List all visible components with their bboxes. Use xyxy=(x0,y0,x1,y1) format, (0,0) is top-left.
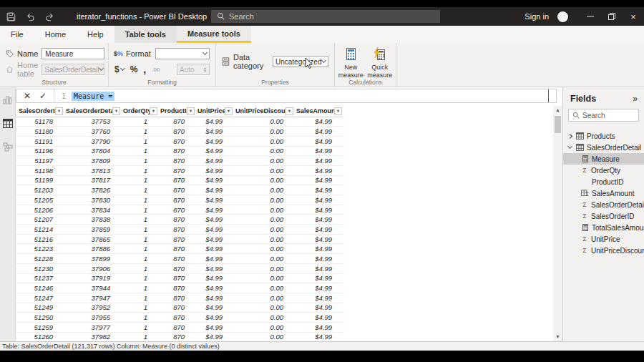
table-cell[interactable]: 37906 xyxy=(64,263,121,273)
table-cell[interactable]: 51205 xyxy=(16,195,64,205)
table-cell[interactable]: 1 xyxy=(121,165,158,175)
scroll-thumb[interactable] xyxy=(555,116,561,133)
table-cell[interactable]: 0.00 xyxy=(233,175,294,185)
table-cell[interactable]: 51197 xyxy=(16,156,64,166)
table-cell[interactable]: 37919 xyxy=(64,273,121,283)
table-cell[interactable]: 51250 xyxy=(16,313,64,323)
table-cell[interactable]: 51196 xyxy=(16,146,64,156)
table-cell[interactable]: 0.00 xyxy=(233,254,294,264)
table-cell[interactable]: 1 xyxy=(121,303,158,313)
column-filter-button[interactable]: ▾ xyxy=(150,107,157,115)
table-cell[interactable]: $4.99 xyxy=(195,205,233,215)
table-cell[interactable]: 1 xyxy=(121,293,158,303)
tab-file[interactable]: File xyxy=(0,26,34,43)
field-item-salesamount[interactable]: ΣSalesAmount xyxy=(563,187,644,199)
column-filter-button[interactable]: ▾ xyxy=(187,107,195,115)
table-cell[interactable]: 0.00 xyxy=(233,263,294,273)
table-cell[interactable]: $4.99 xyxy=(195,185,233,195)
table-cell[interactable]: 870 xyxy=(158,165,195,175)
table-cell[interactable]: $4.99 xyxy=(294,244,343,254)
table-cell[interactable]: 1 xyxy=(121,244,158,254)
global-search-input[interactable] xyxy=(229,12,408,21)
table-cell[interactable]: 0.00 xyxy=(233,332,294,341)
table-cell[interactable]: 37944 xyxy=(64,283,121,293)
table-cell[interactable]: 870 xyxy=(158,332,195,341)
table-cell[interactable]: 37899 xyxy=(64,254,121,264)
field-item-measure[interactable]: Measure xyxy=(563,153,644,165)
table-cell[interactable]: 1 xyxy=(121,283,158,293)
fields-search-box[interactable] xyxy=(568,109,639,122)
undo-icon[interactable] xyxy=(25,11,36,22)
redo-icon[interactable] xyxy=(44,11,55,22)
table-cell[interactable]: 0.00 xyxy=(233,234,294,244)
thousands-separator-button[interactable]: , xyxy=(143,64,146,75)
table-cell[interactable]: $4.99 xyxy=(294,127,343,137)
table-cell[interactable]: 37982 xyxy=(64,332,121,341)
table-cell[interactable]: 1 xyxy=(121,195,158,205)
table-cell[interactable]: 37859 xyxy=(64,225,121,235)
field-item-unitprice[interactable]: ΣUnitPrice xyxy=(563,233,644,245)
chevron-right-icon[interactable] xyxy=(567,133,572,138)
model-view-icon[interactable] xyxy=(3,142,13,155)
table-cell[interactable]: $4.99 xyxy=(195,195,233,205)
table-cell[interactable]: 51203 xyxy=(16,185,64,195)
table-cell[interactable]: 37834 xyxy=(64,205,121,215)
table-cell[interactable]: 37804 xyxy=(64,146,121,156)
table-cell[interactable]: 51178 xyxy=(16,117,64,127)
table-cell[interactable]: 1 xyxy=(121,215,158,225)
table-cell[interactable]: $4.99 xyxy=(294,283,343,293)
table-cell[interactable]: $4.99 xyxy=(294,156,343,166)
table-cell[interactable]: $4.99 xyxy=(195,156,233,166)
table-cell[interactable]: 0.00 xyxy=(233,225,294,235)
table-cell[interactable]: 51207 xyxy=(16,215,64,225)
table-cell[interactable]: 0.00 xyxy=(233,273,294,283)
table-cell[interactable]: $4.99 xyxy=(195,293,233,303)
field-item-unitpricediscount[interactable]: ΣUnitPriceDiscount xyxy=(563,245,644,256)
table-cell[interactable]: 0.00 xyxy=(233,185,294,195)
table-cell[interactable]: 0.00 xyxy=(233,156,294,166)
table-cell[interactable]: 870 xyxy=(158,273,195,283)
table-cell[interactable]: 870 xyxy=(158,136,195,146)
table-cell[interactable]: 51214 xyxy=(16,225,64,235)
table-cell[interactable]: 1 xyxy=(121,313,158,323)
table-cell[interactable]: 1 xyxy=(121,263,158,273)
table-cell[interactable]: 37790 xyxy=(64,136,121,146)
table-cell[interactable]: 51260 xyxy=(16,332,64,341)
table-cell[interactable]: 870 xyxy=(158,185,195,195)
table-cell[interactable]: 0.00 xyxy=(233,136,294,146)
table-cell[interactable]: 0.00 xyxy=(233,205,294,215)
table-cell[interactable]: $4.99 xyxy=(294,225,343,235)
fields-search-input[interactable] xyxy=(582,112,640,119)
table-cell[interactable]: $4.99 xyxy=(195,136,233,146)
table-cell[interactable]: $4.99 xyxy=(195,273,233,283)
table-cell[interactable]: $4.99 xyxy=(294,254,343,264)
table-cell[interactable]: 870 xyxy=(158,127,195,137)
table-cell[interactable]: 1 xyxy=(121,156,158,166)
table-cell[interactable]: 37947 xyxy=(64,293,121,303)
table-cell[interactable]: $4.99 xyxy=(294,205,343,215)
table-cell[interactable]: 870 xyxy=(158,195,195,205)
table-cell[interactable]: $4.99 xyxy=(195,332,233,341)
table-cell[interactable]: $4.99 xyxy=(294,313,343,323)
table-cell[interactable]: $4.99 xyxy=(294,175,343,185)
table-cell[interactable]: 1 xyxy=(121,225,158,235)
table-cell[interactable]: 0.00 xyxy=(233,165,294,175)
table-cell[interactable]: 37809 xyxy=(64,156,121,166)
table-cell[interactable]: 51237 xyxy=(16,273,64,283)
table-cell[interactable]: 0.00 xyxy=(233,293,294,303)
table-cell[interactable]: 870 xyxy=(158,322,195,332)
table-cell[interactable]: 51180 xyxy=(16,127,64,137)
save-icon[interactable] xyxy=(6,11,16,22)
field-item-totalsalesamount[interactable]: TotalSalesAmount xyxy=(563,222,644,233)
tab-help[interactable]: Help xyxy=(77,26,114,43)
table-cell[interactable]: 37817 xyxy=(64,175,121,185)
table-cell[interactable]: 870 xyxy=(158,313,195,323)
table-cell[interactable]: 37826 xyxy=(64,185,121,195)
data-view-icon[interactable] xyxy=(3,118,13,131)
avatar[interactable] xyxy=(557,11,568,22)
table-cell[interactable]: 870 xyxy=(158,303,195,313)
table-cell[interactable]: 51247 xyxy=(16,293,64,303)
global-search-box[interactable] xyxy=(211,10,440,23)
data-category-dropdown[interactable]: Uncategorized xyxy=(273,56,328,67)
table-cell[interactable]: 870 xyxy=(158,175,195,185)
